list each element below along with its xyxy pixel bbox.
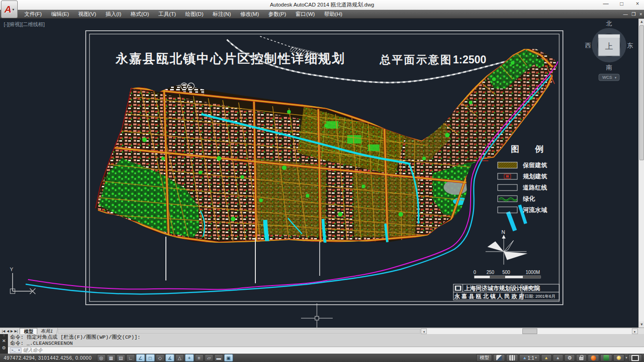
- quick-properties-toggle[interactable]: ▬: [214, 354, 223, 362]
- legend-label-roadline: 道路红线: [522, 184, 547, 191]
- doc-minimize-button[interactable]: —: [623, 12, 628, 17]
- layout-button[interactable]: [493, 354, 505, 362]
- grid-display-toggle[interactable]: ▤: [116, 354, 125, 362]
- hardware-accel-icon: [603, 355, 609, 361]
- title-block: 上海同济城市规划设计研究院 图号: 16 永 嘉 县 瓯 北 镇 人 民 政 府…: [453, 284, 559, 300]
- workspace-switch-button[interactable]: ⚙: [564, 354, 575, 362]
- menu-tools[interactable]: 工具(T): [154, 10, 181, 19]
- tab-nav-buttons[interactable]: |◀ ◀ ▶ ▶|: [0, 329, 20, 333]
- coordinate-display[interactable]: 497472.4294, 3101442.4256, 0.0000: [0, 355, 96, 361]
- next-tab-button[interactable]: ▶: [10, 329, 14, 333]
- last-tab-button[interactable]: ▶|: [14, 329, 18, 333]
- application-menu-button[interactable]: A ▾: [1, 0, 18, 18]
- hardware-accel-button[interactable]: [600, 354, 612, 362]
- vertical-scroll-thumb[interactable]: [639, 25, 644, 160]
- menu-bar: 文件(F) 编辑(E) 视图(V) 插入(I) 格式(O) 工具(T) 绘图(D…: [0, 10, 644, 19]
- command-history[interactable]: 命令: 指定对角点或 [栏选(F)/圈围(WP)/圈交(CP)]:命令: _.C…: [8, 334, 644, 347]
- dynamic-ucs-toggle[interactable]: △: [175, 354, 184, 362]
- maximize-button[interactable]: □: [617, 0, 626, 7]
- minimize-button[interactable]: —: [601, 0, 610, 7]
- scroll-right-arrow[interactable]: ▸: [632, 328, 638, 334]
- menu-window[interactable]: 窗口(W): [291, 10, 320, 19]
- polar-tracking-toggle[interactable]: ∠: [136, 354, 145, 362]
- drawing-canvas[interactable]: [-][俯视][二维线框]: [0, 19, 638, 328]
- clean-screen-icon: [631, 355, 639, 361]
- viewcube-west: 西: [585, 42, 591, 49]
- scroll-left-arrow[interactable]: ◂: [421, 328, 427, 334]
- ui-lock-button[interactable]: [576, 354, 587, 362]
- quick-view-layouts-button[interactable]: [506, 354, 518, 362]
- doc-restore-button[interactable]: ❐: [631, 12, 636, 17]
- scroll-down-arrow[interactable]: ▼: [639, 321, 644, 328]
- scroll-up-arrow[interactable]: ▲: [639, 19, 644, 25]
- horizontal-scrollbar[interactable]: ◂ ▸: [421, 328, 638, 335]
- menu-view[interactable]: 视图(V): [74, 10, 101, 19]
- doc-close-button[interactable]: ×: [639, 12, 642, 17]
- svg-text:0: 0: [473, 270, 476, 275]
- drawing-plan-label: 总平面示意图: [379, 54, 452, 66]
- horizontal-scroll-thumb[interactable]: [522, 328, 537, 334]
- menu-edit[interactable]: 编辑(E): [47, 10, 74, 19]
- command-customize-icon[interactable]: ⚙: [2, 345, 6, 350]
- scale-bar: 0 250 500 1000M: [473, 270, 541, 278]
- menu-insert[interactable]: 插入(I): [101, 10, 126, 19]
- infer-constraints-toggle[interactable]: ◎: [97, 354, 106, 362]
- svg-text:N: N: [501, 229, 505, 235]
- status-bar: 497472.4294, 3101442.4256, 0.0000 ◎ ▦ ▤ …: [0, 354, 644, 362]
- viewcube-top: 上: [605, 42, 613, 51]
- menu-draw[interactable]: 绘图(D): [181, 10, 208, 19]
- layout-icon: [496, 355, 502, 361]
- tab-bar-filler: [58, 329, 420, 334]
- svg-text:500: 500: [502, 270, 510, 275]
- lineweight-toggle[interactable]: ≡: [195, 354, 204, 362]
- viewcube[interactable]: 北 南 西 东 上 WCS ▾: [585, 20, 633, 81]
- command-window-grip[interactable]: ⠿ ✕ ⚙: [0, 334, 8, 354]
- menu-file[interactable]: 文件(F): [20, 10, 47, 19]
- svg-text:例: 例: [534, 144, 543, 154]
- clean-screen-button[interactable]: [628, 354, 642, 362]
- command-input[interactable]: 键入命令: [23, 347, 42, 354]
- command-input-row[interactable]: >_ ▾ 键入命令: [8, 347, 644, 354]
- vertical-scrollbar[interactable]: ▲ ▼: [638, 19, 644, 328]
- 3d-object-snap-toggle[interactable]: ◇: [156, 354, 164, 362]
- legend-label-green: 绿化: [523, 195, 535, 202]
- menu-modify[interactable]: 修改(M): [235, 10, 263, 19]
- viewcube-east: 东: [627, 42, 633, 49]
- object-snap-toggle[interactable]: □: [146, 354, 155, 362]
- legend-label-river: 河流水域: [522, 206, 548, 213]
- object-snap-tracking-toggle[interactable]: ∡: [165, 354, 174, 362]
- menu-dimension[interactable]: 标注(N): [208, 10, 236, 19]
- performance-button[interactable]: [588, 354, 599, 362]
- menu-format[interactable]: 格式(O): [126, 10, 154, 19]
- tab-layout1[interactable]: 布局1: [37, 328, 58, 334]
- annotation-autoscale-button[interactable]: ▲: [553, 354, 563, 362]
- lock-icon: [579, 357, 583, 360]
- first-tab-button[interactable]: |◀: [1, 329, 6, 333]
- dynamic-input-toggle[interactable]: +: [185, 354, 194, 362]
- snap-mode-toggle[interactable]: ▦: [107, 354, 116, 362]
- chevron-down-icon: ▾: [13, 7, 14, 12]
- annotation-scale-button[interactable]: ▲ 1:1 ▾: [519, 354, 540, 362]
- grip-dots: ⠿: [3, 335, 5, 337]
- menu-parametric[interactable]: 参数(P): [264, 10, 291, 19]
- viewport-controls[interactable]: [-][俯视][二维线框]: [4, 21, 45, 28]
- status-menu-arrow[interactable]: ▾: [625, 356, 627, 360]
- transparency-toggle[interactable]: ▱: [205, 354, 213, 362]
- close-button[interactable]: ×: [633, 0, 642, 7]
- model-space: 永嘉县瓯北镇中心片区控制性详细规划 总平面示意图 1:2500: [0, 19, 638, 328]
- annotation-visibility-button[interactable]: ▲: [541, 354, 552, 362]
- isolate-objects-button[interactable]: [613, 354, 624, 362]
- tab-model[interactable]: 模型: [20, 328, 37, 334]
- command-close-icon[interactable]: ✕: [2, 338, 6, 343]
- prev-tab-button[interactable]: ◀: [6, 329, 9, 333]
- ortho-mode-toggle[interactable]: ∟: [126, 354, 135, 362]
- horizontal-scroll-track[interactable]: [427, 328, 632, 334]
- drawing-number: 图号: 16: [525, 286, 540, 291]
- lightbulb-icon: [617, 355, 621, 360]
- model-space-button[interactable]: 模型: [476, 354, 492, 362]
- menu-help[interactable]: 帮助(H): [320, 10, 347, 19]
- command-window: ⠿ ✕ ⚙ 命令: 指定对角点或 [栏选(F)/圈围(WP)/圈交(CP)]:命…: [0, 334, 644, 354]
- crosshair-cursor: [301, 303, 333, 328]
- svg-text:1000M: 1000M: [526, 270, 540, 275]
- selection-cycling-toggle[interactable]: ▣: [224, 354, 233, 362]
